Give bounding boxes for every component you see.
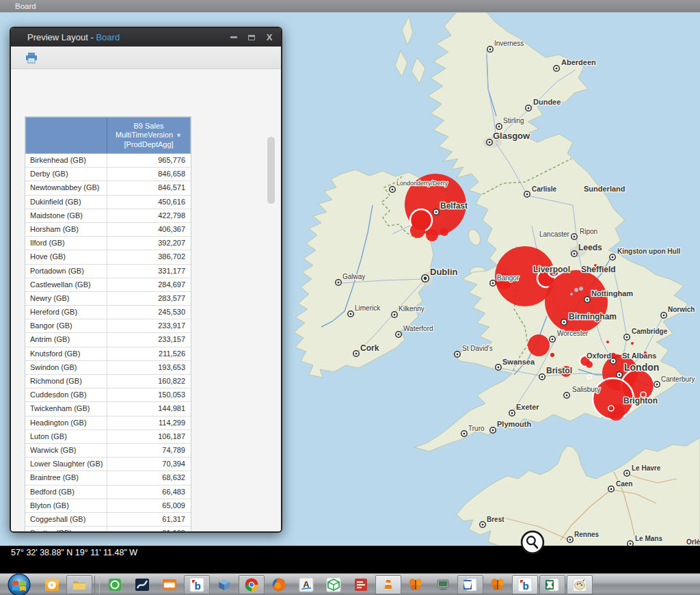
- value-cell: 65,009: [107, 499, 190, 512]
- city-label: St David's: [462, 345, 493, 352]
- city-cell: Headington (GB): [25, 416, 107, 429]
- city-label: Liverpool: [533, 265, 570, 274]
- city-label: Inverness: [494, 40, 524, 47]
- sales-bubble[interactable]: [586, 361, 593, 368]
- city-cell: Luton (GB): [25, 430, 107, 443]
- close-button[interactable]: X: [265, 33, 274, 42]
- sales-bubble[interactable]: [608, 404, 624, 421]
- value-cell: 150,053: [107, 388, 190, 401]
- table-row: Cuddesdon (GB) 150,053: [25, 388, 191, 402]
- vlc-icon[interactable]: [375, 575, 401, 594]
- city-marker: [480, 522, 485, 527]
- city-label: Cambridge: [632, 328, 668, 335]
- table-row: Horsham (GB) 406,367: [25, 223, 191, 237]
- statusbar: 57° 32' 38.88" N 19° 11' 11.48" W: [0, 546, 700, 573]
- city-marker: [608, 486, 614, 492]
- table-row: Scotter (GB) 61,160: [25, 527, 191, 533]
- city-cell: Hereford (GB): [25, 306, 107, 319]
- wave-app-icon[interactable]: [129, 574, 156, 595]
- board-icon[interactable]: b: [184, 575, 210, 594]
- word-icon[interactable]: W: [457, 575, 483, 594]
- sales-dot[interactable]: [615, 354, 619, 358]
- city-marker: [584, 297, 590, 302]
- city-label: Oxford: [587, 352, 611, 360]
- svg-text:O: O: [49, 580, 55, 590]
- start-button[interactable]: [0, 574, 38, 595]
- virtualbox-icon[interactable]: [211, 574, 238, 595]
- sales-dot[interactable]: [574, 288, 578, 292]
- red-slides-icon[interactable]: [347, 574, 375, 595]
- table-row: Maidstone (GB) 422,798: [25, 209, 191, 223]
- city-marker: [490, 427, 496, 433]
- sales-bubble[interactable]: [426, 229, 438, 241]
- paint-icon[interactable]: [567, 575, 593, 594]
- table-row: Blyton (GB) 65,009: [25, 499, 191, 513]
- butterfly-icon[interactable]: [402, 574, 429, 595]
- chrome-icon[interactable]: [239, 575, 265, 594]
- city-label: Dundee: [533, 98, 561, 106]
- dialog-titlebar[interactable]: Preview Layout - Board X: [11, 28, 281, 47]
- city-cell: Ilford (GB): [25, 237, 107, 250]
- value-cell: 392,207: [107, 237, 190, 250]
- city-label: Londonderry/Derry: [396, 180, 448, 187]
- city-cell: Warwick (GB): [25, 444, 107, 457]
- sales-bubble[interactable]: [440, 228, 448, 236]
- city-label: Brest: [487, 516, 504, 523]
- city-label: Brighton: [623, 396, 658, 406]
- city-marker: [661, 313, 667, 318]
- print-button[interactable]: [25, 51, 38, 65]
- city-cell: Bangor (GB): [25, 319, 107, 332]
- city-marker: [496, 124, 502, 129]
- minimize-button[interactable]: [229, 33, 239, 42]
- sales-table: B9 Sales MultiTimeVersion▼ [ProdDeptAgg]…: [25, 116, 191, 533]
- city-label: Canterbury: [661, 375, 695, 383]
- excel-icon[interactable]: X: [539, 575, 565, 594]
- preview-layout-dialog: Preview Layout - Board X: [10, 27, 282, 533]
- city-label: Truro: [468, 425, 485, 432]
- taskbar: ORFMbAWbX: [0, 573, 700, 595]
- dialog-title-accent: Board: [96, 32, 120, 42]
- green-app-icon[interactable]: [101, 574, 129, 595]
- butterfly2-icon[interactable]: [484, 574, 511, 595]
- sales-dot[interactable]: [550, 353, 554, 357]
- city-marker: [567, 537, 573, 542]
- chevron-down-icon[interactable]: ▼: [176, 132, 182, 139]
- adobe-icon[interactable]: A: [293, 574, 320, 595]
- city-marker: [550, 336, 555, 342]
- sales-bubble[interactable]: [545, 270, 608, 333]
- sales-dot[interactable]: [610, 353, 616, 358]
- sales-bubble[interactable]: [528, 334, 550, 356]
- sales-dot[interactable]: [570, 293, 573, 295]
- city-label: Le Mans: [635, 535, 662, 542]
- value-cell: 283,577: [107, 292, 190, 305]
- firefox-icon[interactable]: [265, 574, 293, 595]
- dialog-title: Preview Layout -: [27, 32, 96, 42]
- value-cell: 106,187: [107, 430, 190, 443]
- table-row: Newry (GB) 283,577: [25, 292, 191, 306]
- coordinates-readout: 57° 32' 38.88" N 19° 11' 11.48" W: [11, 548, 137, 557]
- city-label: Waterford: [403, 325, 433, 332]
- city-marker: [490, 280, 496, 286]
- header-value-column: B9 Sales MultiTimeVersion▼ [ProdDeptAgg]: [107, 118, 190, 153]
- table-row: Hereford (GB) 245,530: [25, 306, 191, 319]
- sales-dot[interactable]: [631, 342, 634, 345]
- city-label: Aberdeen: [561, 58, 596, 66]
- board2-icon[interactable]: b: [512, 575, 538, 594]
- sales-bubble[interactable]: [410, 223, 425, 238]
- taskbar-separator: [94, 576, 100, 594]
- sales-dot[interactable]: [579, 287, 583, 291]
- value-cell: 193,653: [107, 361, 190, 374]
- sales-dot[interactable]: [606, 341, 609, 343]
- maximize-button[interactable]: [247, 33, 256, 42]
- city-marker: [564, 393, 569, 398]
- city-label: Carlisle: [532, 185, 557, 193]
- map-zoom-button[interactable]: [520, 530, 545, 555]
- green-cube-icon[interactable]: [320, 574, 347, 595]
- monitor-icon[interactable]: [429, 574, 457, 595]
- rfm-icon[interactable]: RFM: [156, 574, 183, 595]
- explorer-icon[interactable]: [66, 575, 92, 594]
- city-label: Galway: [342, 273, 365, 280]
- dialog-scrollbar-thumb[interactable]: [267, 137, 275, 204]
- close-icon: X: [267, 33, 273, 42]
- outlook-icon[interactable]: O: [38, 574, 66, 595]
